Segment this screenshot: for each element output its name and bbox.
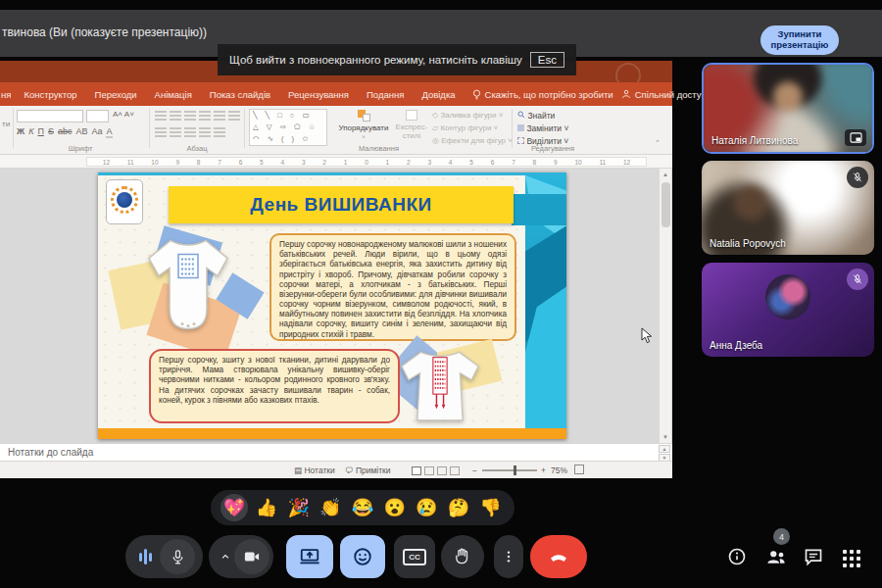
slide-vertical-scrollbar[interactable]: ▲ ▼ <box>659 169 671 443</box>
present-button[interactable] <box>286 535 333 578</box>
shapes-row-2[interactable]: △ ▽ ⇨ ⬠ ☆ <box>253 122 318 131</box>
tab-help[interactable]: Довідка <box>413 89 464 100</box>
camera-control[interactable] <box>209 535 273 578</box>
strike-button[interactable]: S <box>48 126 54 136</box>
bold-button[interactable]: Ж <box>17 126 24 136</box>
info-icon <box>727 547 747 566</box>
shape-fill-button[interactable]: ◇ Заливка фігури ˅ <box>432 111 503 120</box>
reaction-party-popper[interactable]: 🎉 <box>285 494 313 521</box>
scroll-down-arrow[interactable]: ▼ <box>660 431 671 443</box>
reaction-thumbs-up[interactable]: 👍 <box>253 494 280 521</box>
participants-button[interactable] <box>764 547 788 570</box>
reaction-thumbs-down[interactable]: 👎 <box>477 494 505 521</box>
shapes-row-3[interactable]: ◠ ∿ ( ) ✩ <box>253 134 311 143</box>
comments-toggle[interactable]: 🗩 Примітки <box>345 466 391 475</box>
tab-design[interactable]: Конструктор <box>15 89 85 100</box>
scroll-up-arrow[interactable]: ▲ <box>660 169 671 180</box>
list-buttons[interactable] <box>155 111 243 122</box>
slide-canvas[interactable]: День ВИШИВАНКИ П <box>98 172 566 439</box>
participant-tile-1[interactable]: Наталія Литвинова <box>702 63 874 154</box>
horizontal-ruler[interactable]: 12 11 10 9 8 7 6 5 4 3 2 1 0 1 2 3 4 5 6… <box>86 157 647 167</box>
notes-placeholder[interactable]: Нотатки до слайда <box>8 447 93 458</box>
apps-grid-button[interactable] <box>843 550 860 567</box>
tab-review[interactable]: Рецензування <box>279 89 358 100</box>
font-name-input[interactable] <box>17 110 83 122</box>
reaction-clapping-hands[interactable]: 👏 <box>317 494 344 521</box>
scrollbar-thumb[interactable] <box>662 182 670 227</box>
chevron-up-icon[interactable] <box>219 550 232 564</box>
reaction-crying[interactable]: 😢 <box>413 494 440 521</box>
change-case-button[interactable]: Aa <box>91 126 102 136</box>
tab-slideshow[interactable]: Показ слайдів <box>201 89 279 100</box>
notes-resize-up[interactable]: ▲ <box>659 445 670 453</box>
reactions-button[interactable] <box>340 535 385 578</box>
shapes-row-1[interactable]: ╲ ╲ □ ○ ▭ <box>253 111 313 120</box>
mic-button[interactable] <box>160 539 195 574</box>
camera-button[interactable] <box>234 539 270 574</box>
drawing-group-label: Малювання <box>249 144 509 153</box>
zoom-in-button[interactable]: + <box>541 466 546 475</box>
mic-icon <box>170 549 186 565</box>
notes-toggle[interactable]: ▤ Нотатки <box>294 466 335 475</box>
pip-button[interactable] <box>845 129 866 146</box>
participant-tile-3[interactable]: Анна Дзеба <box>702 263 874 357</box>
stop-presentation-button[interactable]: Зупинити презентацію <box>760 25 839 55</box>
slideshow-view-button[interactable] <box>450 466 460 475</box>
shape-outline-button[interactable]: ▱ Контур фігури ˅ <box>432 123 498 132</box>
grow-font-button[interactable]: A˄ A˅ <box>113 110 134 119</box>
tell-me-box[interactable]: Скажіть, що потрібно зробити <box>465 89 621 100</box>
tab-animations[interactable]: Анімація <box>146 89 201 100</box>
reaction-tears-of-joy[interactable]: 😂 <box>349 494 376 521</box>
find-button[interactable]: Знайти <box>517 111 555 121</box>
font-style-buttons[interactable]: ЖКПSabcАВAaА <box>17 126 117 136</box>
collapse-ribbon-button[interactable]: ⌃ <box>655 139 661 147</box>
chat-button[interactable] <box>804 547 823 570</box>
zoom-level[interactable]: 75% <box>551 466 567 475</box>
reaction-sparkling-heart[interactable]: 💖 <box>220 494 248 521</box>
quick-styles-button[interactable]: Експрес- стилі <box>395 110 428 140</box>
end-call-button[interactable] <box>530 535 587 578</box>
zoom-out-button[interactable]: − <box>472 466 477 475</box>
ppt-ribbon: ти A˄ A˅ ЖКПSabcАВAaА Шрифт Абзац ╲ ╲ □ … <box>0 106 672 155</box>
toast-text: Щоб вийти з повноекранного режиму, натис… <box>229 54 522 66</box>
slide-paragraph-box-1: Першу сорочку новонародженому малюкові ш… <box>270 233 516 341</box>
fit-to-window-button[interactable] <box>574 465 584 474</box>
sorter-view-button[interactable] <box>424 466 434 475</box>
arrange-button[interactable]: Упорядкувати ˅ <box>335 110 392 141</box>
participant-tile-2[interactable]: Natalia Popovych <box>702 161 874 255</box>
captions-button[interactable]: CC <box>394 535 435 578</box>
ruler-row: 12 11 10 9 8 7 6 5 4 3 2 1 0 1 2 3 4 5 6… <box>0 155 672 169</box>
font-size-input[interactable] <box>86 110 109 122</box>
view-buttons[interactable] <box>412 466 463 475</box>
shapes-gallery[interactable]: ╲ ╲ □ ○ ▭ △ ▽ ⇨ ⬠ ☆ ◠ ∿ ( ) ✩ <box>249 109 327 146</box>
meeting-details-button[interactable] <box>727 547 747 570</box>
italic-button[interactable]: К <box>28 126 33 136</box>
more-options-button[interactable] <box>494 535 523 578</box>
tab-transitions[interactable]: Переходи <box>86 89 146 100</box>
replace-button[interactable]: Замінити ˅ <box>517 123 568 133</box>
underline-button[interactable]: П <box>37 126 43 136</box>
reaction-surprised[interactable]: 😮 <box>381 494 409 521</box>
clipboard-group-fragment: ти <box>2 120 10 128</box>
slide-top-accent <box>98 172 566 175</box>
mic-control[interactable] <box>125 535 203 578</box>
zoom-slider-track[interactable] <box>482 469 537 471</box>
raise-hand-button[interactable] <box>441 535 484 578</box>
notes-pane[interactable]: Нотатки до слайда ▲ ▼ <box>0 443 672 461</box>
tab-view[interactable]: Подання <box>358 89 413 100</box>
zoom-slider-thumb[interactable] <box>514 466 516 475</box>
reactions-bar: 💖 👍 🎉 👏 😂 😮 😢 🤔 👎 <box>211 490 514 525</box>
powerpoint-window: ня Конструктор Переходи Анімація Показ с… <box>0 61 672 478</box>
participants-count-badge: 4 <box>773 528 790 545</box>
reading-view-button[interactable] <box>437 466 447 475</box>
clear-format-button[interactable]: abc <box>58 126 73 136</box>
normal-view-button[interactable] <box>412 466 421 475</box>
align-buttons[interactable] <box>155 127 228 139</box>
char-spacing-button[interactable]: АВ <box>75 126 87 136</box>
editing-group-label: Редагування <box>514 144 592 153</box>
lightbulb-icon <box>472 89 481 100</box>
font-color-button[interactable]: А <box>106 126 112 138</box>
reaction-thinking[interactable]: 🤔 <box>445 494 472 521</box>
esc-key-hint: Esc <box>530 52 564 68</box>
tab-cut-fragment[interactable]: ня <box>0 89 15 100</box>
